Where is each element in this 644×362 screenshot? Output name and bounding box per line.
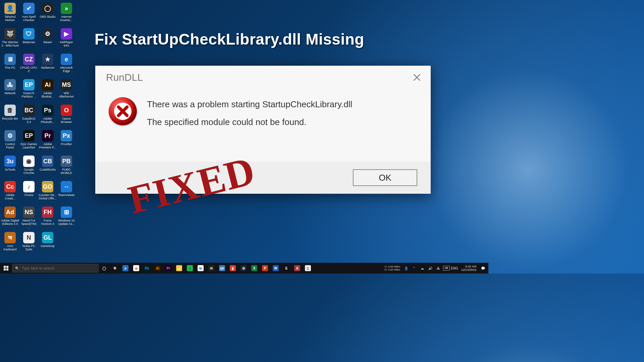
photoshop-icon: Ps xyxy=(144,265,150,271)
app-icon: ⚙ xyxy=(4,130,16,141)
app-icon: 🐺 xyxy=(4,28,16,40)
taskbar-app-task-view[interactable]: ⧉ xyxy=(109,263,120,274)
search-input[interactable] xyxy=(22,266,96,270)
desktop-icon-label: Need For Speed(TM) ... xyxy=(20,219,38,229)
desktop-icon[interactable]: EPEaseUS Partition ... xyxy=(19,77,38,103)
desktop-icon[interactable]: CBCodeBlocks xyxy=(38,154,57,179)
desktop: 👤Tahsinul Mohsin🐺The Witcher 3 - Wild Hu… xyxy=(0,0,488,263)
app-icon: 3u xyxy=(4,156,16,167)
desktop-icon[interactable]: »Internet Downlo... xyxy=(57,1,76,26)
app-icon: অ xyxy=(4,232,16,243)
taskbar-app-access[interactable]: A xyxy=(292,263,303,274)
desktop-icon-label: Steam xyxy=(43,41,52,44)
desktop-icon[interactable]: 🖥This PC xyxy=(1,52,19,77)
taskbar-app-powerpoint[interactable]: P xyxy=(260,263,270,274)
taskbar-app-notepad[interactable]: ▯ xyxy=(303,263,313,274)
taskbar-app-photoshop[interactable]: Ps xyxy=(142,263,152,274)
volume-icon[interactable]: 🔊 xyxy=(427,263,434,274)
desktop-icon[interactable]: eMicrosoft Edge xyxy=(57,52,76,77)
desktop-icon[interactable]: 🛡Betternet xyxy=(19,26,38,52)
taskbar-app-excel[interactable]: X xyxy=(249,263,260,274)
taskbar-app-steam[interactable]: ⚙ xyxy=(238,263,249,274)
network-icon[interactable]: 🖧 xyxy=(435,263,442,274)
clock[interactable]: 9:42 AM 12/14/2019 xyxy=(459,265,478,272)
action-center-icon[interactable]: 💬 xyxy=(480,263,486,274)
language-indicator[interactable]: ENG xyxy=(451,263,458,274)
taskbar-app-spotify[interactable]: ♫ xyxy=(184,263,195,274)
dialog-message-1: There was a problem starting StartupChec… xyxy=(147,99,423,110)
close-icon[interactable] xyxy=(410,70,424,84)
desktop-icon[interactable]: 🐺The Witcher 3 - Wild Hunt xyxy=(1,26,19,52)
taskbar-app-premiere[interactable]: Pr xyxy=(163,263,174,274)
todoist-icon: ▮ xyxy=(230,265,236,271)
desktop-icon[interactable]: ✔Avro Spell Checker xyxy=(19,1,38,26)
desktop-icon[interactable]: AiAdobe Illustrat... xyxy=(38,77,57,103)
taskbar-app-illustrator[interactable]: Ai xyxy=(152,263,163,274)
desktop-icon[interactable]: OOpera Browser xyxy=(57,103,76,128)
desktop-icon-label: Network xyxy=(4,92,15,95)
taskbar-app-word[interactable]: W xyxy=(270,263,281,274)
onedrive-icon[interactable]: ☁ xyxy=(419,263,426,274)
app-icon: NS xyxy=(23,206,35,218)
desktop-icon-label: Windows 10 Update As... xyxy=(57,219,75,226)
desktop-icon[interactable]: অAvro Keyboard xyxy=(1,230,19,255)
desktop-icon[interactable]: ⊞Windows 10 Update As... xyxy=(57,204,76,230)
desktop-icon[interactable]: CZCPUID CPU-Z xyxy=(19,52,38,77)
desktop-icon[interactable]: 👤Tahsinul Mohsin xyxy=(1,1,19,26)
desktop-icon[interactable]: AdAdobe Digital Editions 4.5 xyxy=(1,204,19,230)
desktop-icon-label: 3uTools xyxy=(5,168,15,171)
desktop-icon[interactable]: NSNeed For Speed(TM) ... xyxy=(19,204,38,230)
desktop-icon[interactable]: ▶KMPlayer 64X xyxy=(57,26,76,52)
desktop-icon-label: Proxifier xyxy=(61,142,72,146)
app-icon: ♪ xyxy=(23,181,35,192)
dialog-titlebar[interactable]: RunDLL xyxy=(95,66,431,89)
taskbar-app-file-explorer[interactable]: 📁 xyxy=(174,263,184,274)
desktop-icon[interactable]: PxProxifier xyxy=(57,128,76,154)
desktop-icon[interactable]: 🗑Recycle Bin xyxy=(1,103,19,128)
desktop-icon[interactable]: PsAdobe Photosh... xyxy=(38,103,57,128)
search-box[interactable]: 🔍 xyxy=(12,264,99,273)
desktop-icon[interactable]: NNokia PC Suite xyxy=(19,230,38,255)
desktop-icon-label: Opera Browser xyxy=(57,117,75,124)
desktop-icon-label: The Witcher 3 - Wild Hunt xyxy=(1,41,19,47)
taskbar-app-edge[interactable]: e xyxy=(120,263,131,274)
desktop-icon[interactable]: FHForza Horizon 4 xyxy=(38,204,57,230)
app-icon: Ad xyxy=(4,206,16,218)
taskbar-app-cortana[interactable]: ◯ xyxy=(99,263,109,274)
desktop-icon-label: Recycle Bin xyxy=(2,117,18,120)
app-icon: 🖧 xyxy=(4,79,16,90)
taskbar-app-todoist[interactable]: ▮ xyxy=(227,263,238,274)
desktop-icon[interactable]: ⚙Control Panel xyxy=(1,128,19,154)
start-button[interactable] xyxy=(0,263,12,274)
desktop-icon-label: Internet Downlo... xyxy=(57,15,75,22)
desktop-icon-label: EaseUS Partition ... xyxy=(20,92,38,98)
desktop-icon[interactable]: BCEasyBCD 2.4 xyxy=(19,103,38,128)
taskbar-app-chrome[interactable]: ◉ xyxy=(131,263,142,274)
desktop-icon[interactable]: PBPUBG MOBILE xyxy=(57,154,76,179)
desktop-icon[interactable]: ◯OBS Studio xyxy=(38,1,57,26)
desktop-icon[interactable]: GLGameloop xyxy=(38,230,57,255)
keyboard-indicator-icon[interactable]: ⌨ xyxy=(443,263,450,274)
desktop-icon[interactable]: PrAdobe Premiere P... xyxy=(38,128,57,154)
desktop-icon[interactable]: ♪iTunes xyxy=(19,179,38,204)
ok-button[interactable]: OK xyxy=(353,169,417,186)
desktop-icon[interactable]: ★Stellarium xyxy=(38,52,57,77)
desktop-icon[interactable]: 3u3uTools xyxy=(1,154,19,179)
desktop-icon[interactable]: EPEpic Games Launcher xyxy=(19,128,38,154)
taskbar-app-mail[interactable]: ✉ xyxy=(206,263,217,274)
desktop-icon[interactable]: 🖧Network xyxy=(1,77,19,103)
taskbar-app-epic[interactable]: E xyxy=(281,263,292,274)
tray-expand-icon[interactable]: ˄ xyxy=(411,263,418,274)
desktop-icon[interactable]: MSMSI Afterburner xyxy=(57,77,76,103)
desktop-icon[interactable]: ◉Google Chrome xyxy=(19,154,38,179)
people-icon[interactable]: 👤 xyxy=(403,263,410,274)
edge-icon: e xyxy=(122,265,128,271)
desktop-icon[interactable]: ↔TeamViewer xyxy=(57,179,76,204)
desktop-icon[interactable]: GOCounter-Str... Global Offe... xyxy=(38,179,57,204)
dialog-message-2: The specified module could not be found. xyxy=(147,117,423,127)
desktop-icon[interactable]: ⚙Steam xyxy=(38,26,57,52)
taskbar-app-qbittorrent[interactable]: qb xyxy=(217,263,227,274)
app-icon: CB xyxy=(42,156,53,167)
desktop-icon[interactable]: CcAdobe Creati... xyxy=(1,179,19,204)
taskbar-app-store[interactable]: 🛍 xyxy=(195,263,206,274)
